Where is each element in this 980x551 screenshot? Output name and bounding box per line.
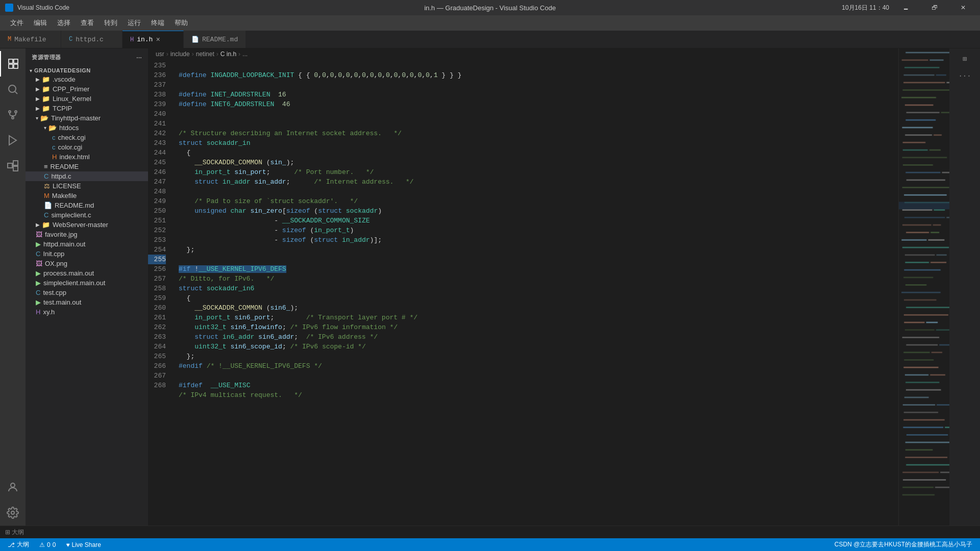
tree-process-main-out[interactable]: ▶ process.main.out — [26, 268, 148, 278]
ln-243: 243 — [148, 138, 166, 148]
tree-test-main-out-label: test.main.out — [43, 298, 81, 306]
menu-help[interactable]: 帮助 — [169, 16, 193, 30]
tree-tinyhttpd[interactable]: ▾ 📂 Tinyhttpd-master — [26, 113, 148, 123]
datetime: 10月16日 11：40 — [842, 4, 889, 12]
tree-xy-h-label: xy.h — [43, 308, 55, 316]
code-content[interactable]: #define INGADDR_LOOPBACK_INIT { { 0,0,0,… — [174, 60, 898, 525]
ln-268: 268 — [148, 381, 166, 390]
tree-simpleclient-c[interactable]: C simpleclient.c — [26, 210, 148, 220]
status-git[interactable]: ⎇ 大纲 — [5, 540, 32, 549]
maximize-button[interactable]: 🗗 — [923, 0, 946, 15]
tree-linux-kernel[interactable]: ▶ 📁 Linux_Kernel — [26, 94, 148, 104]
tree-makefile[interactable]: M Makefile — [26, 191, 148, 201]
tree-readme-noext[interactable]: ≡ README — [26, 162, 148, 171]
tree-check-cgi[interactable]: c check.cgi — [26, 133, 148, 142]
test-main-out-icon: ▶ — [36, 298, 41, 306]
menu-select[interactable]: 选择 — [52, 16, 76, 30]
activity-extensions[interactable] — [0, 153, 26, 179]
tab-makefile[interactable]: M Makefile — [0, 31, 61, 48]
breadcrumb-in-h[interactable]: C in.h — [220, 51, 236, 58]
bottom-bar: ⊞ 大纲 — [0, 525, 980, 538]
tree-test-main-out[interactable]: ▶ test.main.out — [26, 297, 148, 307]
tree-root[interactable]: ▾ GRADUATEDESIGN — [26, 66, 148, 74]
tree-httpd-c[interactable]: C httpd.c — [26, 171, 148, 181]
tinyhttpd-arrow: ▾ — [36, 115, 38, 121]
breadcrumb-usr[interactable]: usr — [156, 51, 164, 58]
breadcrumb-dots[interactable]: ... — [242, 51, 248, 58]
activity-search[interactable] — [0, 77, 26, 102]
menu-view[interactable]: 查看 — [76, 16, 99, 30]
menu-terminal[interactable]: 终端 — [146, 16, 169, 30]
title-bar-left: Visual Studio Code — [5, 4, 69, 12]
check-cgi-icon: c — [52, 134, 56, 141]
status-errors[interactable]: ⚠ 0 0 — [37, 541, 58, 548]
tree-vscode[interactable]: ▶ 📁 .vscode — [26, 74, 148, 84]
status-csdn[interactable]: CSDN @立志要去HKUST的金腰插桃工高丛小马子 — [832, 540, 975, 549]
tree-httpd-c-label: httpd.c — [51, 172, 71, 180]
ln-261: 261 — [148, 313, 166, 322]
tab-inh-close[interactable]: × — [156, 36, 160, 44]
tree-tinyhttpd-label: Tinyhttpd-master — [51, 114, 101, 122]
tree-license-label: LICENSE — [53, 182, 81, 190]
ln-238: 238 — [148, 90, 166, 99]
ln-253: 253 — [148, 235, 166, 245]
ln-236: 236 — [148, 70, 166, 80]
tree-cpp-primer[interactable]: ▶ 📁 CPP_Primer — [26, 84, 148, 94]
breadcrumb-netinet[interactable]: netinet — [196, 51, 214, 58]
tree-favorite-jpg[interactable]: 🖼 favorite.jpg — [26, 230, 148, 239]
tree-htdocs[interactable]: ▾ 📂 htdocs — [26, 123, 148, 133]
split-editor-button[interactable]: ⊞ — [957, 51, 972, 66]
sidebar-header: 资源管理器 ··· — [26, 48, 148, 66]
tab-httpd[interactable]: C httpd.c — [61, 31, 122, 48]
tab-bar: M Makefile C httpd.c H in.h × 📄 README.m… — [0, 31, 980, 48]
tree-webserver[interactable]: ▶ 📁 WebServer-master — [26, 220, 148, 230]
tab-readme[interactable]: 📄 README.md — [184, 31, 246, 48]
tree-init-cpp[interactable]: C Init.cpp — [26, 249, 148, 259]
activity-settings[interactable] — [0, 500, 26, 525]
tree-color-cgi[interactable]: c color.cgi — [26, 142, 148, 152]
menu-run[interactable]: 运行 — [122, 16, 146, 30]
tree-ox-png[interactable]: 🖼 OX.png — [26, 259, 148, 268]
menu-goto[interactable]: 转到 — [99, 16, 122, 30]
status-live-share[interactable]: ♥ Live Share — [63, 541, 104, 548]
breadcrumb-include[interactable]: include — [170, 51, 190, 58]
svg-rect-13 — [13, 166, 18, 171]
code-area[interactable]: 235 236 237 238 239 240 241 242 243 244 … — [148, 60, 898, 525]
ln-252: 252 — [148, 226, 166, 235]
tree-simpleclient-main-out[interactable]: ▶ simpleclient.main.out — [26, 278, 148, 288]
minimize-button[interactable]: 🗕 — [894, 0, 918, 15]
title-bar-right: 10月16日 11：40 🗕 🗗 ✕ — [842, 0, 975, 15]
tree-license[interactable]: ⚖ LICENSE — [26, 181, 148, 191]
activity-bar — [0, 48, 26, 525]
ln-247: 247 — [148, 177, 166, 187]
tab-inh-label: in.h — [137, 36, 153, 43]
sidebar-menu-button[interactable]: ··· — [136, 55, 142, 61]
minimap-canvas — [899, 48, 949, 525]
status-left: ⎇ 大纲 ⚠ 0 0 ♥ Live Share — [5, 540, 104, 549]
tree-index-html-label: index.html — [59, 153, 89, 161]
sidebar-title: 资源管理器 — [32, 54, 61, 61]
tree-index-html[interactable]: H index.html — [26, 152, 148, 162]
tree-xy-h[interactable]: H xy.h — [26, 307, 148, 317]
tree-readme-md[interactable]: 📄 README.md — [26, 201, 148, 210]
activity-explorer[interactable] — [0, 51, 26, 77]
svg-point-4 — [9, 85, 16, 92]
activity-debug[interactable] — [0, 128, 26, 153]
outline-label[interactable]: ⊞ 大纲 — [5, 528, 24, 537]
tree-tcpip[interactable]: ▶ 📁 TCPIP — [26, 104, 148, 113]
root-arrow: ▾ — [30, 68, 32, 73]
close-button[interactable]: ✕ — [951, 0, 975, 15]
ln-256: 256 — [148, 264, 166, 274]
breadcrumb-sep1: › — [166, 51, 168, 58]
tree-test-cpp[interactable]: C test.cpp — [26, 288, 148, 297]
activity-accounts[interactable] — [0, 474, 26, 500]
activity-source-control[interactable] — [0, 102, 26, 128]
tab-inh[interactable]: H in.h × — [122, 31, 184, 48]
menu-edit[interactable]: 编辑 — [29, 16, 52, 30]
menu-file[interactable]: 文件 — [5, 16, 29, 30]
cpp-primer-arrow: ▶ — [36, 86, 40, 92]
more-actions-button[interactable]: ··· — [957, 68, 972, 84]
tree-ox-png-label: OX.png — [45, 260, 67, 267]
tree-httpd-main-out[interactable]: ▶ httpd.main.out — [26, 239, 148, 249]
warning-count: 0 — [53, 541, 56, 548]
